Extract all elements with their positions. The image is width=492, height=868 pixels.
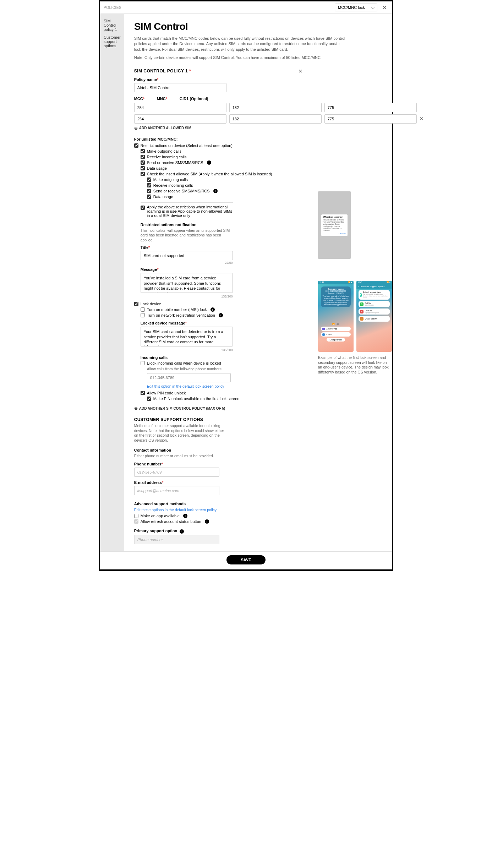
gid-input-1[interactable] — [324, 114, 417, 124]
adv-edit-link[interactable]: Edit these options in the default lock s… — [134, 508, 217, 512]
preview-notif-footer: CALL OK — [323, 233, 346, 235]
notif-title-label: Title — [141, 245, 148, 250]
locked-msg-input[interactable]: Your SIM card cannot be detected or is f… — [141, 327, 233, 346]
lockscreen-preview-2: 12:45📶 ▮ ‹Customer Support options ↻Refr… — [356, 281, 392, 352]
make-pin-label: Make PIN unlock available on the first l… — [153, 397, 241, 401]
check-insert-checkbox[interactable] — [141, 172, 145, 176]
gid-col: GID1 (Optional) — [180, 97, 222, 101]
gid-input-0[interactable] — [324, 103, 417, 112]
p1-passkey: Passkey: 12345678 — [323, 292, 349, 294]
cs-sub: Methods of customer support available fo… — [134, 424, 226, 443]
phone-label: Phone number — [134, 462, 162, 466]
lock-device-checkbox[interactable] — [134, 302, 138, 306]
sidebar-item-policy1[interactable]: SIM Control policy 1 — [104, 19, 121, 32]
notification-preview: SIM card not supported You've installed … — [318, 191, 351, 259]
make-app-label: Make an app available — [141, 514, 180, 518]
notif-title-counter: 22/50 — [141, 261, 233, 264]
p2-opt1-sub: 098-765-4321 — [365, 304, 374, 306]
ci-sms-checkbox[interactable] — [147, 189, 151, 193]
mnc-input-1[interactable] — [229, 114, 322, 124]
info-icon[interactable]: i — [183, 514, 187, 518]
phone-input[interactable] — [134, 468, 219, 477]
info-icon[interactable]: i — [205, 519, 209, 524]
remove-row-icon[interactable]: ✕ — [420, 116, 423, 121]
refresh-label: Allow refresh account status button — [141, 519, 201, 524]
data-label: Data usage — [147, 166, 167, 170]
signal-icons: 📶 47 — [318, 323, 354, 325]
ci-incoming-checkbox[interactable] — [147, 183, 151, 187]
p2-opt3: Unlock with PIN — [365, 318, 377, 320]
star-icon — [322, 328, 325, 330]
block-incoming-label: Block incoming calls when device is lock… — [147, 361, 221, 365]
mcc-input-1[interactable] — [134, 114, 226, 124]
ci-incoming-label: Receive incoming calls — [153, 183, 193, 187]
close-icon[interactable]: ✕ — [381, 4, 388, 11]
mnc-input-0[interactable] — [229, 103, 322, 112]
intro-text-2: Note: Only certain device models will su… — [134, 55, 347, 60]
breadcrumb: POLICIES — [104, 6, 121, 10]
ci-data-checkbox[interactable] — [147, 195, 151, 199]
ci-sms-label: Send or receive SMS/MMS/RCS — [153, 189, 210, 193]
save-button[interactable]: SAVE — [226, 555, 265, 564]
make-app-checkbox[interactable] — [134, 514, 138, 518]
page-title: SIM Control — [134, 21, 423, 32]
ci-outgoing-checkbox[interactable] — [147, 178, 151, 182]
contact-sub: Either phone number or email must be pro… — [134, 454, 423, 459]
p2-opt2-sub: acpsg@company.com — [365, 312, 379, 313]
locked-msg-label: Locked device message — [141, 321, 185, 325]
sms-checkbox[interactable] — [141, 160, 145, 165]
locked-msg-counter: 135/200 — [141, 348, 233, 352]
restrict-actions-checkbox[interactable] — [134, 143, 138, 148]
info-icon[interactable]: i — [213, 189, 218, 193]
block-incoming-checkbox[interactable] — [141, 361, 145, 365]
notif-msg-input[interactable]: You've installed a SIM card from a servi… — [141, 273, 233, 293]
intro-text-1: SIM cards that match the MCC/MNC codes b… — [134, 36, 347, 52]
mcc-input-0[interactable] — [134, 103, 226, 112]
policy-section-title: SIM CONTROL POLICY 1 * — [134, 69, 191, 73]
email-input[interactable] — [134, 486, 219, 495]
add-policy-button[interactable]: ADD ANOTHER SIM CONTROL POLICY (MAX OF 5… — [134, 406, 423, 411]
mcc-col: MCC — [134, 97, 143, 101]
ci-data-label: Data usage — [153, 195, 173, 199]
incoming-checkbox[interactable] — [141, 155, 145, 159]
sidebar-item-support[interactable]: Customer support options — [104, 35, 121, 48]
edit-lock-policy-link[interactable]: Edit this option in the default lock scr… — [147, 384, 224, 388]
contact-heading: Contact information — [134, 448, 423, 452]
email-icon: ✉ — [360, 310, 363, 313]
netreg-checkbox[interactable] — [141, 313, 145, 317]
policy-type-dropdown[interactable]: MCC/MNC lock — [335, 4, 377, 11]
info-icon[interactable]: i — [211, 307, 215, 312]
outgoing-label: Make outgoing calls — [147, 149, 181, 153]
info-icon[interactable]: i — [180, 529, 184, 534]
p2-opt0-sub: Tap to re-enable or update your device's… — [363, 293, 388, 299]
primary-support-select: Phone number — [134, 535, 219, 544]
lockscreen-preview-1: 12:45📶 ▮ Company name IMEI: 012345678901… — [318, 281, 354, 352]
allow-pin-label: Allow PIN code unlock — [147, 391, 186, 395]
support-icon — [322, 333, 325, 336]
policy-name-input[interactable] — [134, 83, 226, 92]
allow-phone-input[interactable] — [147, 373, 231, 382]
outgoing-checkbox[interactable] — [141, 149, 145, 153]
restrict-actions-label: Restrict actions on device (Select at le… — [141, 143, 233, 148]
add-allowed-sim-button[interactable]: ADD ANOTHER ALLOWED SIM — [134, 126, 423, 131]
check-insert-label: Check the insert allowed SIM (Apply it w… — [147, 172, 272, 176]
ci-outgoing-label: Make outgoing calls — [153, 178, 188, 182]
sms-label: Send or receive SMS/MMS/RCS — [147, 160, 203, 165]
allow-pin-checkbox[interactable] — [141, 391, 145, 395]
adv-heading: Advanced support methods — [134, 502, 423, 506]
p2-title: Customer Support options — [360, 285, 385, 288]
preview-notif-body: You've installed a SIM card from a servi… — [323, 219, 346, 231]
email-label: E-mail address — [134, 480, 162, 485]
data-checkbox[interactable] — [141, 166, 145, 170]
info-icon[interactable]: i — [219, 313, 223, 317]
incoming-label: Receive incoming calls — [147, 155, 187, 159]
info-icon[interactable]: i — [207, 160, 211, 165]
p1-pill1: Customer App — [326, 328, 337, 330]
roaming-label: Apply the above restrictions when intern… — [147, 205, 236, 218]
restricted-notif-sub: This notification will appear when an un… — [141, 228, 233, 243]
make-pin-checkbox[interactable] — [147, 397, 151, 401]
remove-policy-icon[interactable]: ✕ — [299, 69, 303, 74]
imsi-checkbox[interactable] — [141, 307, 145, 312]
notif-title-input[interactable] — [141, 251, 233, 260]
roaming-checkbox[interactable] — [141, 206, 145, 210]
